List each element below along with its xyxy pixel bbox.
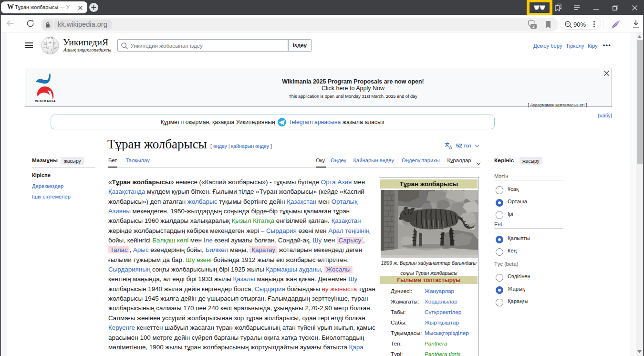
svg-text:2: 2 xyxy=(532,24,535,29)
svg-text:W: W xyxy=(46,47,49,50)
svg-text:И: И xyxy=(53,43,56,46)
svg-text:ω: ω xyxy=(54,47,56,50)
svg-text:A: A xyxy=(449,145,452,150)
svg-text:Ω: Ω xyxy=(44,42,47,45)
svg-text:W: W xyxy=(49,41,52,44)
